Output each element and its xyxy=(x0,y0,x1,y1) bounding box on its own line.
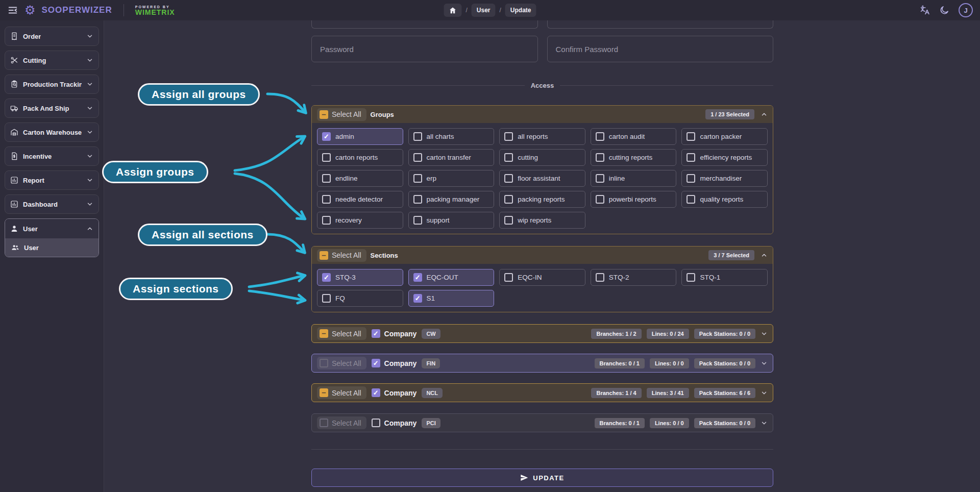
breadcrumb-home[interactable] xyxy=(444,4,461,17)
company-checkbox[interactable]: Company xyxy=(372,329,417,338)
checkbox-icon xyxy=(504,132,513,141)
sidebar-item-report[interactable]: Report xyxy=(5,170,99,190)
bottom-divider xyxy=(311,449,773,450)
company-code-badge: PCI xyxy=(422,418,440,428)
company-checkbox[interactable]: Company xyxy=(372,388,417,397)
sidebar-item-pack-and-ship[interactable]: Pack And Ship xyxy=(5,99,99,118)
company-select-all[interactable]: Select All xyxy=(317,416,366,429)
pack-stations-badge: Pack Stations: 6 / 6 xyxy=(694,388,755,398)
company-checkbox[interactable]: Company xyxy=(372,419,417,427)
sidebar-item-user[interactable]: User xyxy=(5,219,99,238)
checkbox-icon xyxy=(372,419,380,427)
checkbox-icon xyxy=(687,153,695,162)
group-label: quality reports xyxy=(700,195,743,203)
brand-gear-icon: ⚙ xyxy=(24,4,36,16)
indeterminate-checkbox-icon[interactable] xyxy=(320,251,328,260)
group-checkbox-endline[interactable]: endline xyxy=(317,170,403,187)
indeterminate-checkbox-icon[interactable] xyxy=(320,329,328,338)
company-select-all[interactable]: Select All xyxy=(317,386,366,399)
group-checkbox-recovery[interactable]: recovery xyxy=(317,212,403,229)
expand-chevron-icon[interactable] xyxy=(761,330,768,337)
section-checkbox-s1[interactable]: S1 xyxy=(408,290,495,307)
sidebar-subitem-user[interactable]: User xyxy=(5,238,99,257)
group-checkbox-carton-audit[interactable]: carton audit xyxy=(591,128,677,145)
company-row-right: Branches: 1 / 2 Lines: 0 / 24 Pack Stati… xyxy=(591,329,768,339)
expand-chevron-icon[interactable] xyxy=(761,420,768,427)
password-field[interactable] xyxy=(311,36,538,62)
groups-panel: Select All Groups 1 / 23 Selected admin … xyxy=(311,105,773,234)
company-select-all[interactable]: Select All xyxy=(317,327,366,340)
company-row-right: Branches: 0 / 1 Lines: 0 / 0 Pack Statio… xyxy=(595,418,768,428)
confirm-password-field[interactable] xyxy=(547,36,774,62)
group-checkbox-inline[interactable]: inline xyxy=(591,170,677,187)
group-checkbox-carton-transfer[interactable]: carton transfer xyxy=(408,149,495,166)
group-checkbox-efficiency-reports[interactable]: efficiency reports xyxy=(681,149,768,166)
sidebar-item-order[interactable]: Order xyxy=(5,27,99,46)
truck-icon xyxy=(10,104,18,112)
group-checkbox-support[interactable]: support xyxy=(408,212,495,229)
collapse-chevron-icon[interactable] xyxy=(761,111,768,118)
section-checkbox-stq1[interactable]: STQ-1 xyxy=(681,269,768,286)
section-checkbox-stq2[interactable]: STQ-2 xyxy=(591,269,677,286)
group-checkbox-quality-reports[interactable]: quality reports xyxy=(681,191,768,208)
sidebar-item-incentive[interactable]: Incentive xyxy=(5,146,99,166)
company-checkbox[interactable]: Company xyxy=(372,359,417,367)
breadcrumb-update[interactable]: Update xyxy=(505,4,536,17)
group-checkbox-carton-reports[interactable]: carton reports xyxy=(317,149,403,166)
group-checkbox-admin[interactable]: admin xyxy=(317,128,403,145)
checkbox-icon[interactable] xyxy=(320,359,328,367)
arrow-assign-sections-down xyxy=(249,291,304,300)
sidebar-item-production-tracking[interactable]: Production Tracking xyxy=(5,75,99,94)
chevron-down-icon xyxy=(86,177,93,184)
group-checkbox-floor-assistant[interactable]: floor assistant xyxy=(499,170,585,187)
group-checkbox-wip-reports[interactable]: wip reports xyxy=(499,212,585,229)
group-checkbox-all-reports[interactable]: all reports xyxy=(499,128,585,145)
sidebar-item-label: Cutting xyxy=(23,57,46,64)
group-checkbox-carton-packer[interactable]: carton packer xyxy=(681,128,768,145)
group-checkbox-all-charts[interactable]: all charts xyxy=(408,128,495,145)
expand-chevron-icon[interactable] xyxy=(761,389,768,397)
checkbox-icon xyxy=(596,132,604,141)
groups-select-all[interactable]: Select All xyxy=(317,108,366,121)
sections-select-all[interactable]: Select All xyxy=(317,249,366,262)
group-checkbox-packing-manager[interactable]: packing manager xyxy=(408,191,495,208)
sidebar-item-carton-warehouse[interactable]: Carton Warehouse xyxy=(5,122,99,142)
group-checkbox-cutting[interactable]: cutting xyxy=(499,149,585,166)
group-checkbox-packing-reports[interactable]: packing reports xyxy=(499,191,585,208)
indeterminate-checkbox-icon[interactable] xyxy=(320,110,328,119)
group-label: carton reports xyxy=(335,154,378,161)
menu-fold-icon[interactable] xyxy=(7,5,18,16)
checkbox-icon xyxy=(596,273,604,282)
group-checkbox-merchandiser[interactable]: merchandiser xyxy=(681,170,768,187)
group-checkbox-cutting-reports[interactable]: cutting reports xyxy=(591,149,677,166)
sidebar-item-dashboard[interactable]: Dashboard xyxy=(5,194,99,214)
checkbox-icon xyxy=(687,273,695,282)
breadcrumb-user[interactable]: User xyxy=(472,4,496,17)
group-checkbox-erp[interactable]: erp xyxy=(408,170,495,187)
callout-assign-all-groups: Assign all groups xyxy=(138,83,260,106)
section-label: STQ-1 xyxy=(700,274,720,281)
section-checkbox-eqc-out[interactable]: EQC-OUT xyxy=(408,269,495,286)
company-select-all[interactable]: Select All xyxy=(317,357,366,370)
cutoff-input-right[interactable] xyxy=(547,20,774,29)
dark-mode-moon-icon[interactable] xyxy=(939,5,949,15)
translate-icon[interactable] xyxy=(920,5,930,15)
expand-chevron-icon[interactable] xyxy=(761,360,768,367)
main-content: Access Select All Groups 1 / 23 Selected… xyxy=(311,20,773,487)
collapse-chevron-icon[interactable] xyxy=(761,252,768,259)
breadcrumb-separator: / xyxy=(465,7,467,14)
group-checkbox-needle-detector[interactable]: needle detector xyxy=(317,191,403,208)
checkbox-icon[interactable] xyxy=(320,419,328,427)
checkbox-icon xyxy=(322,216,331,225)
section-checkbox-fq[interactable]: FQ xyxy=(317,290,403,307)
brand-name: SOOPERWIZER xyxy=(42,5,112,15)
section-checkbox-stq3[interactable]: STQ-3 xyxy=(317,269,403,286)
update-button[interactable]: UPDATE xyxy=(311,469,773,487)
cutoff-input-left[interactable] xyxy=(311,20,538,29)
access-divider: Access xyxy=(311,82,773,89)
group-checkbox-powerbi-reports[interactable]: powerbi reports xyxy=(591,191,677,208)
sidebar-item-cutting[interactable]: Cutting xyxy=(5,51,99,70)
user-avatar[interactable]: J xyxy=(959,3,973,17)
indeterminate-checkbox-icon[interactable] xyxy=(320,388,328,397)
section-checkbox-eqc-in[interactable]: EQC-IN xyxy=(499,269,585,286)
